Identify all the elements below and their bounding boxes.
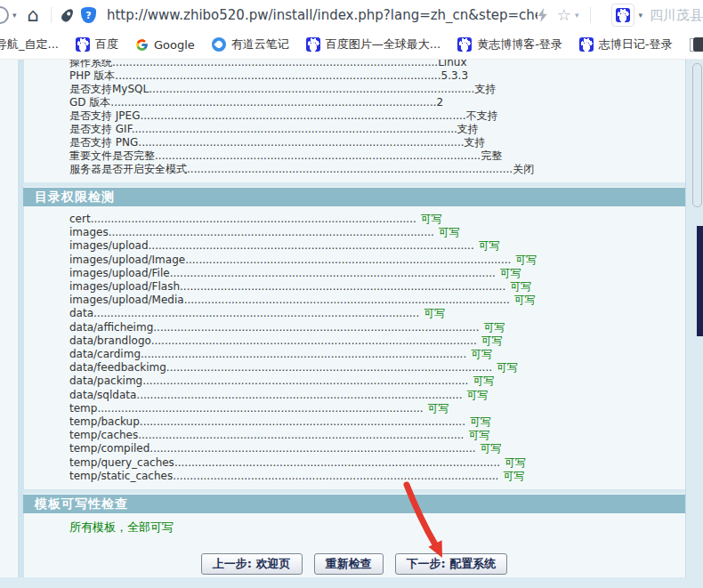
dot-leader: ........................................…	[149, 442, 475, 455]
lightning-icon[interactable]	[537, 8, 548, 22]
row-label: temp/query_caches	[69, 456, 174, 469]
chevron-down-icon[interactable]: ▾	[575, 11, 579, 20]
toolbar-divider	[590, 7, 591, 23]
row-label: 重要文件是否完整	[69, 149, 155, 162]
dot-leader: ........................................…	[115, 69, 440, 82]
list-row: temp/query_caches.......................…	[69, 456, 537, 470]
dot-leader: ........................................…	[97, 402, 423, 415]
row-label: temp/static_caches	[69, 470, 173, 482]
wizard-buttons: 上一步: 欢迎页 重新检查 下一步: 配置系统	[23, 553, 685, 575]
bookmark-item[interactable]: 百度	[76, 36, 118, 52]
list-row: data/sqldata............................…	[69, 389, 537, 402]
row-label: images	[69, 226, 109, 238]
row-label: temp	[69, 402, 97, 415]
list-row: cert....................................…	[69, 213, 537, 226]
row-value: 可写	[497, 361, 518, 374]
bookmark-item[interactable]: 志博日记-登录	[579, 36, 673, 52]
row-label: 是否支持 GIF	[69, 123, 132, 135]
address-bar[interactable]: http://www.zhibo520.pw/install/index.php…	[107, 7, 537, 23]
row-label: PHP 版本	[69, 69, 115, 82]
list-row: data/feedbackimg........................…	[69, 361, 537, 375]
dot-leader: ........................................…	[173, 470, 498, 482]
baidu-shortcut-button[interactable]	[611, 4, 634, 27]
baidu-icon	[457, 37, 472, 52]
row-value: 可写	[473, 375, 494, 387]
baidu-icon	[579, 37, 594, 52]
profile-icon[interactable]	[0, 6, 9, 24]
row-label: images/upload/Flash	[69, 280, 180, 293]
row-label: data/brandlogo	[69, 334, 151, 347]
chevron-down-icon[interactable]: ▾	[12, 11, 17, 20]
list-row: images/upload/File......................…	[69, 267, 537, 280]
row-value: Linux	[438, 60, 466, 68]
list-row: data....................................…	[69, 307, 537, 320]
list-row: GD 版本...................................…	[69, 96, 534, 109]
dot-leader: ........................................…	[151, 334, 477, 347]
bookmark-item[interactable]: 有道云笔记	[212, 36, 289, 52]
list-row: images/upload...........................…	[69, 239, 537, 253]
bookmark-item[interactable]: 导航_自定...	[0, 36, 59, 52]
dot-leader: ........................................…	[93, 307, 419, 319]
chevron-down-icon[interactable]: ▾	[638, 11, 642, 20]
rocket-icon[interactable]	[60, 7, 76, 24]
site-shortcut-label[interactable]: 四川茂县	[650, 7, 703, 24]
row-value: 2	[437, 96, 444, 109]
dot-leader: ........................................…	[174, 456, 500, 469]
recheck-button[interactable]: 重新检查	[314, 553, 384, 575]
list-row: data/packimg............................…	[69, 375, 537, 388]
row-value: 可写	[471, 348, 492, 360]
list-row: 操作系统....................................…	[69, 60, 534, 69]
list-row: PHP 版本..................................…	[69, 69, 534, 83]
dot-leader: ........................................…	[140, 415, 465, 428]
star-icon[interactable]: ☆	[557, 7, 571, 23]
dot-leader: ........................................…	[110, 96, 436, 109]
row-value: 可写	[479, 239, 500, 252]
clipped-bookmark-icon[interactable]	[693, 37, 703, 52]
row-label: 是否支持MySQL	[69, 83, 149, 95]
row-label: images/upload/Image	[69, 254, 185, 266]
bookmark-label: 有道云笔记	[231, 36, 289, 52]
bookmark-label: 导航_自定...	[0, 36, 59, 52]
browser-window: ▾ ⌂ ? http://www.zhibo520.pw/install/ind…	[0, 0, 703, 588]
row-label: 是否支持 JPEG	[69, 109, 140, 122]
dot-leader: ........................................…	[149, 239, 474, 252]
list-row: 是否支持 GIF................................…	[69, 123, 534, 136]
row-value: 可写	[514, 294, 536, 306]
row-label: cert	[69, 213, 91, 225]
scrollbar-marker[interactable]	[697, 226, 703, 336]
bookmark-label: Google	[154, 38, 195, 52]
bookmark-label: 百度	[95, 36, 118, 52]
bookmark-item[interactable]: 百度图片—全球最大...	[306, 36, 440, 52]
row-value: 可写	[424, 307, 445, 319]
row-value: 可写	[503, 470, 524, 482]
bookmark-item[interactable]: 黄志博博客-登录	[457, 36, 562, 52]
next-step-button[interactable]: 下一步: 配置系统	[395, 553, 508, 575]
scrollbar-thumb[interactable]	[692, 63, 702, 207]
row-label: 服务器是否开启安全模式	[69, 163, 187, 175]
row-label: images/upload/Media	[69, 294, 184, 306]
row-value: 可写	[483, 321, 505, 334]
bookmarks-bar: 导航_自定...百度Google有道云笔记百度图片—全球最大...黄志博博客-登…	[0, 30, 703, 60]
baidu-icon	[616, 8, 630, 22]
bookmark-item[interactable]: Google	[135, 38, 195, 52]
list-row: temp/caches.............................…	[69, 429, 537, 442]
page-bottom-band	[0, 577, 686, 588]
row-label: temp/backup	[69, 415, 140, 428]
list-row: temp/compiled...........................…	[69, 442, 537, 455]
dot-leader: ........................................…	[180, 280, 505, 293]
prev-step-button[interactable]: 上一步: 欢迎页	[201, 553, 303, 575]
home-icon[interactable]: ⌂	[28, 6, 39, 25]
list-row: images..................................…	[69, 226, 537, 239]
template-check-note: 所有模板，全部可写	[69, 520, 174, 536]
dot-leader: ........................................…	[187, 163, 513, 175]
dot-leader: ........................................…	[136, 389, 462, 401]
row-label: GD 版本	[69, 96, 110, 109]
row-label: temp/compiled	[69, 442, 149, 455]
bookmark-label: 志博日记-登录	[599, 36, 673, 52]
dot-leader: ........................................…	[132, 123, 457, 135]
section-header-dir-check: 目录权限检测	[23, 188, 685, 206]
row-value: 可写	[500, 267, 521, 279]
shield-question-icon[interactable]: ?	[81, 7, 96, 23]
google-icon	[135, 38, 149, 52]
baidu-icon	[306, 37, 320, 52]
